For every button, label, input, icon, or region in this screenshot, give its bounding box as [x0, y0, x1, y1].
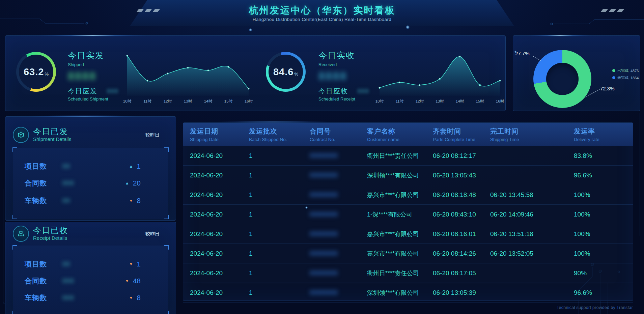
donut-hole: [546, 63, 579, 95]
cell-contract: 88888888: [310, 152, 367, 159]
stat-label: 合同数: [25, 178, 62, 188]
cell-complete_time: 06-20 08:17:05: [433, 269, 490, 277]
x-axis-label: 14时: [456, 99, 464, 103]
data-point: [439, 78, 440, 80]
donut-label-done: 72.3%: [600, 86, 615, 91]
cell-complete_time: 06-20 08:43:10: [433, 211, 490, 218]
footer-credit: Technical support provided by Transfar: [557, 305, 633, 310]
cell-rate: 96.6%: [574, 172, 633, 179]
data-point: [147, 80, 148, 81]
cell-customer: 深圳领****有限公司: [367, 171, 433, 179]
shipment-panel-subtitle: Shipment Details: [33, 136, 71, 142]
cell-rate: 100%: [574, 250, 633, 257]
table-row: 2024-06-201888888881-深****有限公司06-20 08:4…: [183, 205, 633, 224]
cell-contract: 88888888: [310, 270, 367, 277]
receipt-compare-label: 较昨日: [145, 231, 160, 237]
column-header-cn: 发运率: [574, 127, 633, 136]
dashboard-root: 杭州发运中心（华东）实时看板 Hangzhou Distribution Cen…: [0, 0, 644, 314]
receipt-box-icon: [13, 226, 29, 242]
shipment-panel-title: 今日已发: [33, 126, 68, 137]
cell-customer: 深圳领****有限公司: [367, 289, 433, 297]
column-header-en: Contract No.: [310, 137, 367, 142]
received-value-masked: 8888: [318, 70, 347, 83]
legend-value-undone: 1864: [631, 76, 639, 80]
stat-row-contracts: 合同数 888 48: [25, 276, 158, 286]
column-header-cn: 合同号: [310, 127, 367, 136]
cell-date: 2024-06-20: [190, 191, 249, 199]
stat-change: 8: [137, 197, 141, 205]
column-header-cn: 客户名称: [367, 127, 433, 136]
cell-customer: 嘉兴市****有限公司: [367, 230, 433, 238]
shipment-stats-box: 项目数 88 1 合同数 888 20 车辆数 88 8: [13, 148, 168, 219]
table-row: 2024-06-20188888888衢州日****责任公司06-20 08:1…: [183, 263, 633, 283]
table-row: 2024-06-20188888888深圳领****有限公司06-20 13:0…: [183, 166, 633, 185]
stat-label: 项目数: [25, 162, 62, 171]
column-header-en: Shipping Time: [490, 137, 574, 142]
column-header-en: Delivery rate: [574, 137, 633, 142]
column-header-cn: 齐套时间: [433, 127, 490, 136]
legend-item-undone[interactable]: 未完成 1864: [612, 75, 639, 80]
cell-date: 2024-06-20: [190, 250, 249, 257]
shipped-value-masked: 8888: [68, 70, 96, 83]
receipt-stats-box: 项目数 88 1 合同数 888 48 车辆数 888 8: [13, 246, 168, 314]
trend-arrow-icon: [129, 164, 133, 168]
cell-batch: 1: [249, 152, 310, 160]
x-axis-label: 16时: [245, 99, 253, 103]
trend-arrow-icon: [125, 279, 129, 283]
scheduled-shipment-label: 今日应发: [68, 87, 97, 96]
stat-value-masked: 888: [62, 277, 74, 285]
cell-ship_time: 06-20 13:52:05: [490, 250, 574, 257]
cell-complete_time: 06-20 13:05:39: [433, 289, 490, 296]
stat-label: 合同数: [25, 276, 62, 286]
x-axis-label: 12时: [164, 99, 172, 103]
stat-change: 48: [133, 277, 141, 285]
scheduled-shipment-value-masked: 888: [107, 88, 118, 95]
cell-batch: 1: [249, 211, 310, 218]
legend-item-done[interactable]: 已完成 4876: [612, 68, 639, 73]
glow-dot: [249, 28, 252, 31]
cell-complete_time: 06-20 13:05:43: [433, 172, 490, 179]
stat-label: 车辆数: [25, 196, 62, 205]
cell-contract: 88888888: [310, 192, 367, 198]
column-header-cn: 发运日期: [190, 127, 249, 136]
legend-label-undone: 未完成: [617, 75, 628, 80]
cell-date: 2024-06-20: [190, 152, 249, 160]
cell-complete_time: 06-20 08:16:01: [433, 230, 490, 238]
cell-rate: 96.6%: [574, 289, 633, 296]
stat-row-projects: 项目数 88 1: [25, 161, 158, 171]
data-point: [167, 73, 168, 74]
data-point: [499, 80, 501, 81]
shipment-compare-label: 较昨日: [145, 132, 160, 138]
shipment-details-panel: 今日已发 Shipment Details 较昨日 项目数 88 1 合同数 8…: [5, 116, 176, 221]
cell-customer: 衢州日****责任公司: [367, 152, 433, 160]
stat-row-contracts: 合同数 888 20: [25, 178, 158, 188]
cell-rate: 100%: [574, 211, 633, 218]
table-header: 发运日期Shipping Date 发运批次Batch Shipped No. …: [183, 123, 633, 146]
stat-label: 车辆数: [25, 293, 62, 303]
cell-complete_time: 06-20 08:18:48: [433, 191, 490, 199]
cell-contract: 88888888: [310, 211, 367, 218]
legend-label-done: 已完成: [617, 68, 628, 73]
cell-batch: 1: [249, 191, 310, 199]
data-point: [379, 87, 380, 88]
column-header-en: Batch Shipped No.: [249, 137, 310, 142]
received-gauge-value: 84.6: [273, 66, 293, 78]
cell-rate: 100%: [574, 230, 633, 238]
data-point: [399, 82, 400, 83]
stat-value-masked: 88: [62, 163, 70, 170]
shipped-gauge-unit: %: [45, 72, 49, 77]
column-header-cn: 发运批次: [249, 127, 310, 136]
table-row: 2024-06-20188888888嘉兴市****有限公司06-20 08:1…: [183, 185, 633, 205]
received-trend-chart: 10时11时12时13时14时15时16时: [374, 49, 505, 107]
shipped-gauge: 63.2 %: [16, 52, 56, 92]
receipt-panel-title: 今日已收: [33, 225, 68, 236]
completion-donut-card: 27.7% 72.3% 已完成 4876 未完成 1864: [513, 35, 640, 111]
header: 杭州发运中心（华东）实时看板 Hangzhou Distribution Cen…: [0, 0, 644, 26]
trend-area: [380, 57, 500, 96]
legend-dot-undone: [612, 76, 615, 79]
cell-batch: 1: [249, 230, 310, 238]
cell-customer: 衢州日****责任公司: [367, 269, 433, 277]
cell-date: 2024-06-20: [190, 211, 249, 218]
cell-batch: 1: [249, 269, 310, 277]
stat-change: 1: [137, 260, 141, 268]
